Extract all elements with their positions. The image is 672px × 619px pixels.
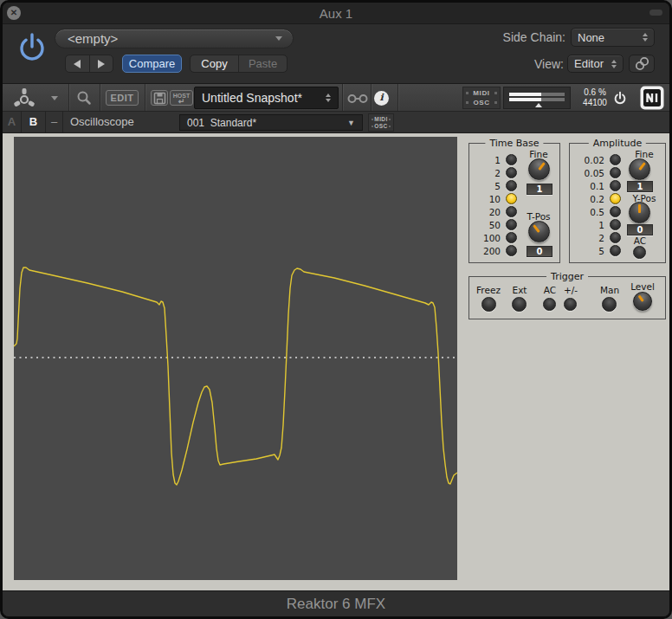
y-pos-value[interactable]: 0 — [627, 224, 653, 235]
time-base-option-20[interactable]: 20 — [474, 206, 517, 217]
amplitude-fine-knob[interactable] — [629, 158, 650, 180]
led-button[interactable] — [506, 245, 517, 256]
t-pos-value[interactable]: 0 — [527, 246, 552, 257]
trigger-level-knob[interactable] — [633, 292, 652, 311]
slope-button[interactable] — [564, 298, 577, 311]
spectacles-icon[interactable] — [346, 92, 369, 106]
led-button[interactable] — [506, 180, 517, 191]
waveform-trace — [14, 268, 457, 485]
search-icon[interactable] — [75, 89, 93, 106]
freez-label: Freez — [471, 285, 506, 295]
led-button[interactable] — [610, 206, 621, 217]
indicator-dot — [494, 101, 497, 104]
option-label: 0.2 — [573, 194, 604, 204]
option-label: 1 — [474, 155, 501, 165]
midi-label: MIDI — [473, 89, 489, 97]
led-button[interactable] — [506, 206, 517, 217]
window-title: Aux 1 — [3, 6, 669, 21]
led-button[interactable] — [610, 245, 621, 256]
volume-slider[interactable] — [503, 87, 571, 109]
time-base-option-10[interactable]: 10 — [474, 193, 517, 204]
option-label: 5 — [573, 246, 604, 256]
amplitude-option-0.02[interactable]: 0.02 — [573, 154, 621, 165]
slider-handle-icon[interactable] — [535, 103, 542, 107]
reaktor-panel: Time Base 125102050100200 Fine 1 T-Pos 0… — [3, 133, 669, 590]
minimize-button[interactable]: – — [46, 112, 63, 132]
ext-trigger-button[interactable] — [512, 297, 527, 312]
led-button[interactable] — [506, 219, 517, 230]
ypos-label: Y-Pos — [620, 193, 669, 203]
led-button[interactable] — [610, 180, 621, 191]
trigger-ac-button[interactable] — [543, 298, 556, 311]
fine-label: Fine — [624, 149, 665, 159]
time-base-option-2[interactable]: 2 — [474, 167, 517, 178]
save-button[interactable] — [151, 90, 168, 106]
amplitude-option-0.05[interactable]: 0.05 — [573, 167, 621, 178]
plugin-footer: Reaktor 6 MFX — [3, 590, 669, 616]
amplitude-option-2[interactable]: 2 — [573, 232, 621, 243]
amplitude-option-0.1[interactable]: 0.1 — [573, 180, 621, 191]
ensemble-bar: A B – Oscilloscope 001 Standard* ▼ MIDI … — [3, 112, 669, 133]
amplitude-option-0.2[interactable]: 0.2 — [573, 193, 621, 204]
group-title: Amplitude — [589, 138, 646, 149]
time-base-fine-value[interactable]: 1 — [527, 184, 552, 195]
snapshot-dropdown[interactable]: Untitled Snapshot* — [194, 87, 339, 109]
previous-preset-button[interactable] — [66, 55, 90, 72]
audio-engine-power-icon[interactable] — [612, 90, 628, 106]
time-base-fine-knob[interactable] — [528, 158, 550, 180]
led-button[interactable] — [506, 167, 517, 178]
stepper-icon — [643, 33, 648, 42]
next-preset-button[interactable] — [90, 55, 113, 72]
time-base-option-50[interactable]: 50 — [474, 219, 517, 230]
y-pos-knob[interactable] — [629, 202, 650, 223]
time-base-option-1[interactable]: 1 — [474, 154, 517, 165]
led-button[interactable] — [506, 232, 517, 243]
amplitude-fine-value[interactable]: 1 — [627, 181, 653, 192]
amplitude-option-5[interactable]: 5 — [573, 245, 621, 256]
led-button[interactable] — [610, 219, 621, 230]
view-label: View: — [483, 57, 564, 71]
ensemble-snapshot-dropdown[interactable]: 001 Standard* ▼ — [179, 114, 363, 131]
side-chain-dropdown[interactable]: None — [571, 28, 655, 47]
view-dropdown[interactable]: Editor — [567, 55, 624, 73]
led-button[interactable] — [506, 154, 517, 165]
trigger-ac-label: AC — [539, 285, 561, 295]
link-icon — [633, 55, 651, 73]
option-label: 1 — [573, 220, 604, 230]
chevron-down-icon — [275, 36, 282, 41]
led-button[interactable] — [506, 193, 517, 204]
slot-b-button[interactable]: B — [22, 112, 46, 132]
compare-button[interactable]: Compare — [122, 55, 182, 73]
menu-chevron-icon[interactable] — [51, 96, 58, 100]
window-resize-pill[interactable] — [649, 10, 662, 16]
amplitude-option-0.5[interactable]: 0.5 — [573, 206, 621, 217]
plugin-header: <empty> Side Chain: None Compare Copy Pa… — [3, 24, 669, 83]
plugin-power-icon[interactable] — [15, 29, 49, 63]
info-button[interactable]: i — [374, 91, 389, 106]
edit-button[interactable]: EDIT — [106, 90, 139, 106]
reaktor-logo-icon[interactable] — [11, 87, 37, 110]
option-label: 0.1 — [573, 181, 604, 191]
title-bar: ✕ Aux 1 — [3, 3, 669, 24]
time-base-option-5[interactable]: 5 — [474, 180, 517, 191]
side-chain-label: Side Chain: — [453, 30, 565, 44]
time-base-option-200[interactable]: 200 — [474, 245, 517, 256]
slot-a-button[interactable]: A — [3, 112, 22, 132]
knob-pointer-icon — [638, 162, 646, 171]
led-button[interactable] — [610, 154, 621, 165]
freeze-button[interactable] — [481, 297, 496, 312]
copy-button[interactable]: Copy — [191, 55, 239, 72]
host-button[interactable]: HOST ↵ — [170, 90, 193, 106]
knob-pointer-icon — [637, 295, 643, 302]
time-base-option-100[interactable]: 100 — [474, 232, 517, 243]
ac-coupling-button[interactable] — [633, 246, 646, 259]
preset-dropdown[interactable]: <empty> — [55, 29, 294, 48]
midi-osc-indicator: MIDI OSC — [462, 87, 501, 109]
paste-button[interactable]: Paste — [239, 55, 287, 72]
manual-trigger-button[interactable] — [602, 297, 617, 312]
amplitude-option-1[interactable]: 1 — [573, 219, 621, 230]
t-pos-knob[interactable] — [528, 221, 550, 242]
led-button[interactable] — [610, 167, 621, 178]
man-label: Man — [596, 285, 624, 295]
link-button[interactable] — [629, 55, 655, 73]
